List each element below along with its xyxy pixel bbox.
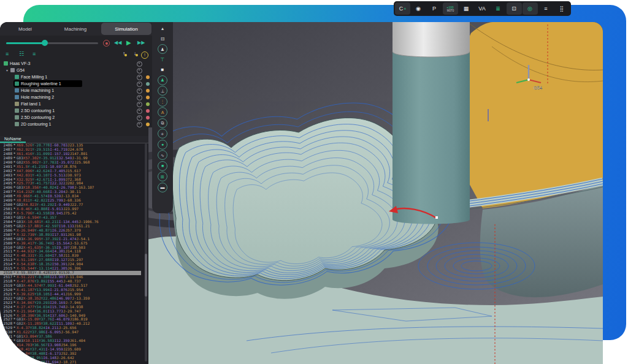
focus-target-icon[interactable] <box>137 61 142 67</box>
toolbar-button[interactable]: ▦ <box>459 2 474 15</box>
wcs-label: G54 <box>17 68 25 72</box>
mode-tab[interactable]: Model <box>0 22 50 36</box>
strip-icon[interactable]: ⊤ <box>158 55 167 64</box>
step-down-button[interactable]: ↓ <box>134 51 136 56</box>
strip-icon[interactable]: ⊥ <box>158 86 167 96</box>
strip-icon[interactable]: ▬ <box>158 183 167 192</box>
status-dot <box>146 89 150 93</box>
chevron-down-icon[interactable]: ▾ <box>6 68 8 72</box>
gcode-lines[interactable]: 2486 * X69.526Y-20.778I-60.703J23.135 24… <box>0 143 141 364</box>
list-flat-icon[interactable]: ≡ <box>6 51 9 57</box>
toolbar-button[interactable]: ⊡ <box>507 2 522 15</box>
gcode-scrollbar[interactable] <box>145 143 147 362</box>
focus-target-icon[interactable] <box>137 88 142 94</box>
toolbar-button[interactable]: ⣿ <box>554 2 570 15</box>
step-up-button[interactable]: ↑ <box>123 51 125 56</box>
wcs-row[interactable]: ▾ G54 <box>0 67 152 74</box>
toolbar-button[interactable]: +100 M0T0 <box>443 2 458 15</box>
operation-row[interactable]: Flat land 1 <box>0 100 152 107</box>
mode-tab[interactable]: Simulation <box>101 23 151 35</box>
timeline-progress <box>6 42 45 44</box>
toolbar-button[interactable]: C+ <box>395 2 410 15</box>
cutting-tool <box>392 22 470 224</box>
focus-target-icon[interactable] <box>137 82 142 87</box>
operation-icon <box>15 82 19 86</box>
status-dot <box>146 109 150 113</box>
toolbar-button[interactable]: P <box>427 2 442 15</box>
strip-icon[interactable]: ⊟ <box>158 34 167 44</box>
status-dot <box>146 102 150 106</box>
toolbar-button[interactable]: ≣ <box>491 2 506 15</box>
focus-target-icon[interactable] <box>137 102 142 107</box>
machine-row[interactable]: Haas VF-3 <box>0 60 152 67</box>
list-group-icon[interactable]: ≡ <box>33 51 36 57</box>
operation-row[interactable]: Roughing waterline 1 <box>0 80 152 87</box>
operation-label: 2D contouring 1 <box>21 122 51 126</box>
status-dot <box>146 116 150 119</box>
strip-icon[interactable]: ● <box>158 140 167 150</box>
toolbar-button[interactable]: ◉ <box>411 2 426 15</box>
operation-row[interactable]: 2D contouring 1 <box>0 121 152 127</box>
display-toggle-toolbar: ▴⊟♟⊤■♟⊥⋮A⧉∗●∿■⊞▬ <box>152 22 173 213</box>
playback-controls: ◀◀ ▶ ▶▶ <box>0 36 152 50</box>
operation-icon <box>15 108 19 113</box>
status-dot <box>146 96 150 99</box>
fast-forward-button[interactable]: ▶▶ <box>137 38 145 48</box>
strip-icon[interactable]: ∗ <box>158 129 167 138</box>
focus-target-icon[interactable] <box>137 115 142 121</box>
strip-icon[interactable]: ▴ <box>158 24 167 33</box>
scrollbar-thumb[interactable] <box>145 254 147 297</box>
focus-target-icon[interactable] <box>137 75 142 80</box>
strip-icon[interactable]: ⊞ <box>158 172 167 181</box>
gcode-panel: NoName 2486 * X69.526Y-20.778I-60.703J23… <box>0 136 148 364</box>
focus-target-icon[interactable] <box>137 108 142 114</box>
toolbar-button[interactable]: ≡ <box>538 2 554 15</box>
operation-icon <box>15 115 19 119</box>
gcode-tab[interactable]: NoName <box>0 136 26 143</box>
operation-row[interactable]: Hole machining 1 <box>0 87 152 94</box>
strip-icon[interactable]: ■ <box>158 161 167 171</box>
mode-tab[interactable]: Machining <box>50 22 101 36</box>
operation-row[interactable]: Face Milling 1 <box>0 74 152 80</box>
operation-row[interactable]: 2.5D contouring 1 <box>0 107 152 114</box>
wcs-label: G54 <box>534 85 542 91</box>
strip-icon[interactable]: ♟ <box>158 75 167 85</box>
play-button[interactable]: ▶ <box>126 38 131 48</box>
rewind-button[interactable]: ◀◀ <box>114 38 121 48</box>
strip-icon[interactable]: ∿ <box>158 150 167 160</box>
strip-icon[interactable]: ⋮ <box>158 97 167 107</box>
operation-icon <box>15 102 19 106</box>
operation-label: Hole machining 2 <box>21 95 54 99</box>
strip-icon[interactable]: ♟ <box>158 44 167 54</box>
tree-view-options: ≡ ☷ ≡ ↑ ↓ ! <box>0 50 152 60</box>
timeline-slider[interactable] <box>6 42 98 44</box>
app-window: G54 ▴⊟♟⊤■♟⊥⋮A⧉∗●∿■⊞▬ ModelMachiningSimul… <box>0 22 603 364</box>
operation-label: Face Milling 1 <box>21 75 47 79</box>
operation-row[interactable]: Hole machining 2 <box>0 94 152 100</box>
strip-icon[interactable]: ⧉ <box>158 118 167 128</box>
toolbar-button[interactable]: ◎ <box>523 2 538 15</box>
simulation-viewport[interactable]: G54 <box>148 22 603 364</box>
timeline-knob[interactable] <box>42 40 48 46</box>
strip-icon[interactable]: A <box>158 107 167 117</box>
list-indent-icon[interactable]: ☷ <box>19 51 24 57</box>
focus-target-icon[interactable] <box>137 68 142 74</box>
operation-label: Hole machining 1 <box>21 88 54 93</box>
toolbar-button[interactable]: VA <box>475 2 490 15</box>
operation-icon <box>15 88 19 93</box>
time-warning-icon[interactable]: ! <box>141 51 148 59</box>
focus-target-icon[interactable] <box>137 122 142 127</box>
operation-icon <box>15 122 19 126</box>
operation-row[interactable]: 2.5D contouring 2 <box>0 114 152 121</box>
strip-icon[interactable]: ■ <box>158 65 167 74</box>
record-button[interactable] <box>103 40 110 47</box>
wcs-icon <box>10 68 15 72</box>
page: { "window": { "tabs": [ {"label": "Model… <box>0 0 628 364</box>
viewport-scene: G54 <box>148 22 603 364</box>
operation-label: 2.5D contouring 1 <box>21 108 55 113</box>
mode-tabbar: ModelMachiningSimulation <box>0 22 152 36</box>
badge <box>124 54 127 56</box>
operation-label: Flat land 1 <box>21 102 41 106</box>
operation-label: Roughing waterline 1 <box>21 82 61 86</box>
focus-target-icon[interactable] <box>137 95 142 100</box>
